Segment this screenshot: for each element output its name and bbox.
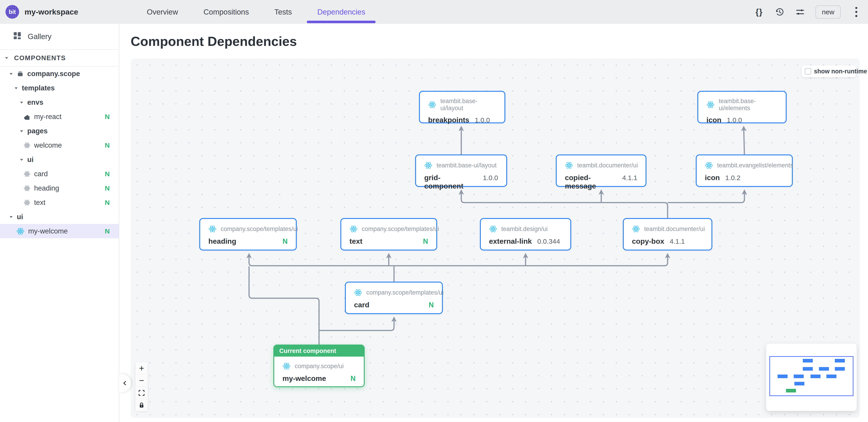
sidebar-item-gallery[interactable]: Gallery: [0, 24, 119, 49]
bit-logo-icon[interactable]: bit: [5, 5, 19, 19]
node-version: 1.0.2: [725, 174, 741, 182]
tree-item-label: ui: [27, 156, 34, 164]
minimap-viewport[interactable]: [769, 356, 854, 396]
graph-node-breakpoints[interactable]: teambit.base-ui/layout breakpoints 1.0.0: [419, 91, 505, 123]
react-icon: [705, 161, 713, 169]
react-icon: [17, 227, 25, 235]
react-icon: [349, 225, 358, 233]
code-icon[interactable]: {}: [754, 7, 764, 17]
sidebar-item-envs[interactable]: envs: [0, 95, 119, 109]
minimap[interactable]: [766, 344, 857, 411]
new-badge: N: [105, 199, 110, 206]
tab-tests[interactable]: Tests: [261, 0, 305, 24]
current-component-label: Current component: [274, 346, 364, 357]
component-tree: company.scopetemplatesenvsmy-reactNpages…: [0, 67, 119, 238]
minimap-node: [835, 359, 845, 362]
tree-item-label: my-react: [34, 112, 62, 121]
graph-node-card[interactable]: company.scope/templates/ui card N: [345, 282, 443, 314]
sidebar-collapse-handle[interactable]: [119, 374, 131, 392]
graph-node-grid-component[interactable]: teambit.base-ui/layout grid-component 1.…: [415, 155, 507, 187]
node-scope: teambit.base-ui/layout: [440, 98, 496, 112]
zoom-controls: + −: [135, 362, 148, 411]
sliders-icon[interactable]: [795, 7, 805, 17]
tab-dependencies[interactable]: Dependencies: [305, 0, 378, 24]
graph-node-copy-box[interactable]: teambit.documenter/ui copy-box 4.1.1: [623, 218, 712, 251]
components-section-header[interactable]: COMPONENTS: [0, 50, 119, 66]
node-name: heading: [208, 237, 236, 246]
node-version: 1.0.0: [727, 116, 742, 124]
tree-item-label: ui: [17, 213, 23, 221]
new-badge: N: [283, 237, 288, 246]
chevron-down-icon: [19, 100, 24, 105]
react-icon: [24, 199, 30, 206]
new-button[interactable]: new: [815, 5, 841, 19]
chevron-down-icon: [13, 86, 19, 91]
sidebar-item-company.scope[interactable]: company.scope: [0, 67, 119, 81]
sidebar-item-ui[interactable]: ui: [0, 153, 119, 167]
minimap-node: [819, 367, 829, 371]
graph-node-my-welcome[interactable]: Current component company.scope/ui my-we…: [273, 345, 365, 387]
react-icon: [354, 288, 362, 297]
new-badge: N: [351, 375, 355, 383]
zoom-out-button[interactable]: −: [135, 374, 148, 387]
graph-node-icon-evangelist[interactable]: teambit.evangelist/elements icon 1.0.2: [696, 155, 793, 187]
sidebar-item-templates[interactable]: templates: [0, 81, 119, 95]
show-non-runtime-checkbox[interactable]: [805, 68, 811, 74]
react-icon: [565, 161, 573, 169]
node-scope: teambit.base-ui/elements: [719, 98, 778, 112]
node-scope: teambit.design/ui: [501, 226, 548, 233]
tree-item-label: envs: [27, 98, 43, 106]
minimap-current-node: [786, 389, 796, 392]
sidebar-item-my-react[interactable]: my-reactN: [0, 109, 119, 124]
graph-node-external-link[interactable]: teambit.design/ui external-link 0.0.344: [480, 218, 571, 251]
zoom-in-button[interactable]: +: [135, 362, 148, 375]
gallery-label: Gallery: [28, 32, 52, 41]
chevron-down-icon: [19, 129, 24, 134]
node-name: card: [354, 301, 369, 309]
node-name: grid-component: [424, 173, 477, 190]
new-badge: N: [105, 113, 110, 121]
show-non-runtime-toggle[interactable]: show non-runtime: [802, 65, 856, 77]
react-icon: [208, 225, 217, 233]
node-name: icon: [707, 116, 721, 124]
graph-node-copied-message[interactable]: teambit.documenter/ui copied-message 4.1…: [556, 155, 647, 187]
sidebar-item-card[interactable]: cardN: [0, 167, 119, 181]
graph-node-text[interactable]: company.scope/templates/ui text N: [340, 218, 437, 251]
lock-button[interactable]: [135, 399, 148, 411]
kebab-menu-icon[interactable]: [851, 7, 861, 17]
chevron-down-icon: [19, 157, 24, 162]
node-scope: company.scope/templates/ui: [362, 226, 439, 233]
node-name: copy-box: [632, 237, 664, 246]
react-icon: [24, 142, 30, 149]
sidebar-item-pages[interactable]: pages: [0, 124, 119, 138]
dependency-graph-canvas[interactable]: teambit.base-ui/layout breakpoints 1.0.0…: [131, 59, 860, 418]
node-name: my-welcome: [282, 374, 326, 383]
new-badge: N: [429, 301, 434, 309]
sidebar-item-ui[interactable]: ui: [0, 209, 119, 224]
history-icon[interactable]: [775, 7, 785, 17]
new-badge: N: [423, 237, 428, 246]
chevron-down-icon: [4, 56, 9, 60]
graph-node-icon-base[interactable]: teambit.base-ui/elements icon 1.0.0: [698, 91, 787, 123]
tree-item-label: my-welcome: [28, 227, 68, 235]
tree-item-label: pages: [27, 127, 48, 135]
tree-item-label: text: [34, 198, 45, 207]
sidebar-item-my-welcome[interactable]: my-welcomeN: [0, 224, 119, 238]
fit-view-button[interactable]: [135, 387, 148, 399]
node-name: external-link: [489, 237, 532, 246]
sidebar-item-heading[interactable]: headingN: [0, 181, 119, 195]
node-scope: company.scope/ui: [295, 363, 344, 370]
react-icon: [489, 225, 497, 233]
tab-overview[interactable]: Overview: [134, 0, 191, 24]
minimap-node: [810, 375, 820, 378]
graph-node-heading[interactable]: company.scope/templates/ui heading N: [199, 218, 297, 251]
minimap-node: [827, 375, 836, 378]
minimap-node: [778, 375, 787, 378]
tree-item-label: heading: [34, 184, 59, 192]
top-header: bit my-workspace OverviewCompositionsTes…: [0, 0, 868, 24]
sidebar-item-welcome[interactable]: welcomeN: [0, 138, 119, 153]
sidebar-item-text[interactable]: textN: [0, 195, 119, 209]
react-icon: [428, 101, 436, 109]
components-label: COMPONENTS: [14, 54, 66, 62]
tab-compositions[interactable]: Compositions: [191, 0, 262, 24]
